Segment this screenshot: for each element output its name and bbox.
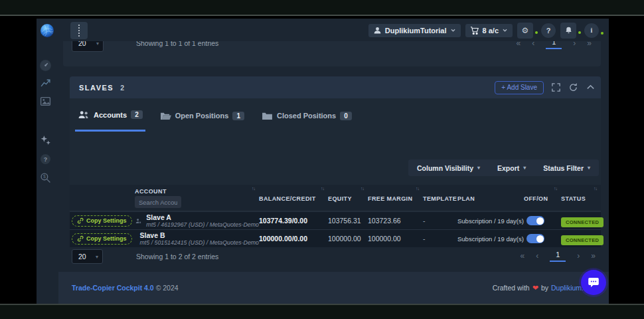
current-page-button[interactable]: 1 <box>550 250 566 262</box>
account-details: mt5 / 46192967 (USD) / MetaQuotes-Demo <box>146 221 259 228</box>
cart-icon <box>470 26 479 35</box>
sidebar-item-help[interactable]: ? <box>40 154 50 164</box>
folder-icon <box>262 112 273 120</box>
sparkles-icon <box>40 135 51 146</box>
search-account-input[interactable] <box>135 196 181 208</box>
template-value: - <box>423 235 457 243</box>
brand-link[interactable]: Trade-Copier Cockpit 4.0 <box>72 284 154 292</box>
duplikium-link[interactable]: Duplikium. <box>551 284 584 292</box>
first-page-button[interactable]: « <box>521 251 525 261</box>
offon-toggle[interactable] <box>526 234 544 243</box>
export-label: Export <box>497 164 519 172</box>
chevron-down-icon <box>502 27 508 33</box>
footer-brand: Trade-Copier Cockpit 4.0 © 2024 <box>72 284 179 292</box>
col-label: OFF/ON <box>524 195 548 202</box>
sidebar-item-billing-search[interactable]: $ <box>40 172 51 183</box>
user-avatar-icon <box>373 26 382 35</box>
prev-page-button[interactable]: ‹ <box>536 251 538 261</box>
template-value: - <box>423 217 457 225</box>
expand-icon[interactable] <box>551 82 561 92</box>
caret-down-icon: ▾ <box>588 165 590 171</box>
chat-bubble-icon <box>587 276 600 289</box>
notifications-button[interactable] <box>560 23 576 39</box>
equity-value: 103756.31 <box>328 217 368 225</box>
bell-icon <box>564 26 573 35</box>
export-dropdown[interactable]: Export ▾ <box>489 164 534 172</box>
sort-icon[interactable]: ↑↓ <box>416 186 419 191</box>
page-size-value: 20 <box>78 253 86 261</box>
sidebar-item-analytics[interactable] <box>40 77 51 88</box>
offon-toggle[interactable] <box>526 216 544 225</box>
col-plan: PLAN <box>457 185 524 210</box>
slaves-panel: SLAVES 2 + Add Slave Accounts 2 <box>70 76 601 246</box>
sidebar-item-ai[interactable] <box>40 135 51 146</box>
tabs: Accounts 2 Open Positions 1 Closed Posit… <box>75 106 355 132</box>
copy-settings-button[interactable]: Copy Settings <box>72 233 132 245</box>
link-icon <box>77 217 84 224</box>
account-name[interactable]: Slave A <box>146 214 259 221</box>
free-margin-value: 103723.66 <box>368 217 423 225</box>
refresh-icon[interactable] <box>568 82 578 92</box>
tab-closed-positions[interactable]: Closed Positions 0 <box>259 106 355 132</box>
users-icon <box>78 110 90 119</box>
next-page-button[interactable]: › <box>577 251 580 261</box>
column-visibility-dropdown[interactable]: Column Visibility ▾ <box>408 164 489 172</box>
scrolled-panel-footer: 20 ▾ Showing 1 to 1 of 1 entries « ‹ 1 ›… <box>63 37 601 66</box>
footer-credit: Crafted with ❤ by Duplikium. <box>493 284 584 292</box>
sort-icon[interactable]: ↑↓ <box>252 186 255 191</box>
col-equity: EQUITY ↑↓ <box>328 185 368 210</box>
sidebar-item-gallery[interactable] <box>40 96 51 107</box>
sort-icon[interactable]: ↑↓ <box>594 186 597 191</box>
status-filter-dropdown[interactable]: Status Filter ▾ <box>534 164 599 172</box>
sort-icon[interactable]: ↑↓ <box>321 186 324 191</box>
tab-label: Closed Positions <box>277 112 336 120</box>
line-chart-icon <box>40 77 51 88</box>
collapse-chevron-icon[interactable] <box>586 82 596 92</box>
folder-open-icon <box>160 112 171 120</box>
browser-chrome-top <box>0 0 644 16</box>
sidebar-item-dashboard[interactable] <box>40 60 51 71</box>
col-label: PLAN <box>457 195 475 202</box>
page-size-select[interactable]: 20 ▾ <box>72 249 103 264</box>
settings-button[interactable]: ⚙ <box>517 23 533 39</box>
heart-icon: ❤ <box>532 284 538 292</box>
tab-accounts[interactable]: Accounts 2 <box>75 106 145 132</box>
plan-value: Subscription / 19 day(s) <box>457 235 524 243</box>
tab-open-positions[interactable]: Open Positions 1 <box>157 106 247 132</box>
account-name[interactable]: Slave B <box>140 232 259 239</box>
account-user-gear-icon <box>135 217 141 225</box>
tab-label: Accounts <box>94 111 127 119</box>
gauge-icon <box>40 60 51 71</box>
chevron-down-icon: ▾ <box>96 254 98 260</box>
table-row: Copy Settings Slave B mt5 / 5015142415 (… <box>70 229 601 247</box>
account-details: mt5 / 5015142415 (USD) / MetaQuotes-Demo <box>140 239 259 246</box>
col-label: STATUS <box>561 195 586 202</box>
copy-settings-button[interactable]: Copy Settings <box>72 215 132 227</box>
crafted-text: Crafted with <box>493 284 530 292</box>
cart-accounts-menu[interactable]: 8 a/c <box>465 24 513 37</box>
col-free-margin: FREE MARGIN ↑↓ <box>368 185 423 210</box>
user-menu-label: DuplikiumTutorial <box>385 27 447 35</box>
sort-icon[interactable]: ↑↓ <box>361 186 364 191</box>
slaves-panel-body: Accounts 2 Open Positions 1 Closed Posit… <box>70 98 601 246</box>
sort-icon[interactable]: ↑↓ <box>554 186 557 191</box>
add-slave-button[interactable]: + Add Slave <box>495 81 544 94</box>
settings-status-dot <box>535 31 538 34</box>
account-user-gear-icon <box>135 235 135 243</box>
col-label: TEMPLATE <box>423 195 457 202</box>
info-button[interactable]: i <box>584 23 599 38</box>
crafted-by-text: by <box>541 284 548 292</box>
pagination: « ‹ 1 › » <box>521 250 596 262</box>
table-footer: 20 ▾ Showing 1 to 2 of 2 entries « ‹ 1 ›… <box>70 248 601 268</box>
search-dollar-icon: $ <box>40 172 51 183</box>
app-logo[interactable] <box>39 23 55 39</box>
menu-kebab-button[interactable] <box>70 22 88 39</box>
svg-text:$: $ <box>43 174 46 179</box>
last-page-button[interactable]: » <box>591 251 596 261</box>
help-button[interactable]: ? <box>541 23 556 38</box>
gears-icon: ⚙ <box>522 27 529 35</box>
balance-value: 100000.00/0.00 <box>259 235 328 243</box>
caret-down-icon: ▾ <box>477 165 480 171</box>
user-menu[interactable]: DuplikiumTutorial <box>368 24 461 37</box>
chat-fab-button[interactable] <box>581 270 606 295</box>
